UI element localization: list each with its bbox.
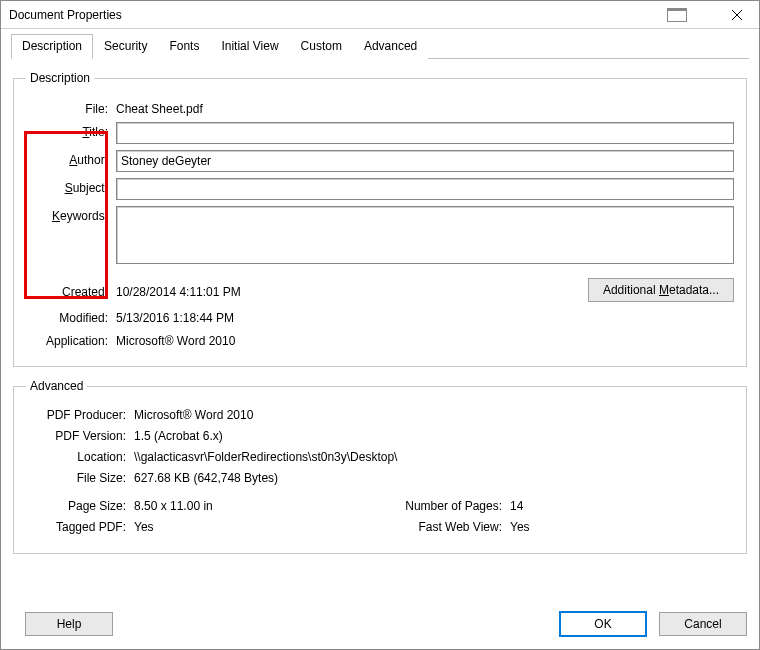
- tab-initial-view[interactable]: Initial View: [210, 34, 289, 59]
- help-button[interactable]: Help: [25, 612, 113, 636]
- advanced-legend: Advanced: [26, 379, 87, 393]
- page-size-value: 8.50 x 11.00 in: [134, 499, 213, 513]
- tagged-pdf-label: Tagged PDF:: [26, 520, 134, 534]
- created-value: 10/28/2014 4:11:01 PM: [116, 282, 588, 299]
- additional-metadata-button[interactable]: Additional Metadata...: [588, 278, 734, 302]
- advanced-group: Advanced PDF Producer:Microsoft® Word 20…: [13, 379, 747, 554]
- titlebar: Document Properties: [1, 1, 759, 29]
- description-legend: Description: [26, 71, 94, 85]
- application-label: Application:: [26, 331, 116, 348]
- title-input[interactable]: [116, 122, 734, 144]
- num-pages-value: 14: [510, 499, 523, 513]
- tab-body: Description File: Cheat Sheet.pdf Title:…: [1, 59, 759, 603]
- file-size-value: 627.68 KB (642,748 Bytes): [134, 471, 278, 485]
- tab-description[interactable]: Description: [11, 34, 93, 59]
- keywords-label: Keywords:: [26, 206, 116, 223]
- location-value: \\galacticasvr\FolderRedirections\st0n3y…: [134, 450, 397, 464]
- tab-bar: Description Security Fonts Initial View …: [11, 33, 749, 59]
- keywords-input[interactable]: [116, 206, 734, 264]
- created-label: Created:: [26, 282, 116, 299]
- fast-web-value: Yes: [510, 520, 530, 534]
- ok-button[interactable]: OK: [559, 611, 647, 637]
- file-size-label: File Size:: [26, 471, 134, 485]
- document-properties-dialog: Document Properties Description Security…: [0, 0, 760, 650]
- tagged-pdf-value: Yes: [134, 520, 154, 534]
- file-label: File:: [26, 99, 116, 116]
- window-title: Document Properties: [9, 8, 665, 22]
- tab-fonts[interactable]: Fonts: [158, 34, 210, 59]
- description-group: Description File: Cheat Sheet.pdf Title:…: [13, 71, 747, 367]
- cancel-button[interactable]: Cancel: [659, 612, 747, 636]
- author-input[interactable]: [116, 150, 734, 172]
- subject-input[interactable]: [116, 178, 734, 200]
- button-bar: Help OK Cancel: [1, 603, 759, 649]
- page-size-label: Page Size:: [26, 499, 134, 513]
- subject-label: Subject:: [26, 178, 116, 195]
- producer-label: PDF Producer:: [26, 408, 134, 422]
- pdf-version-value: 1.5 (Acrobat 6.x): [134, 429, 223, 443]
- file-value: Cheat Sheet.pdf: [116, 99, 734, 116]
- author-label: Author:: [26, 150, 116, 167]
- tab-advanced[interactable]: Advanced: [353, 34, 428, 59]
- maximize-icon[interactable]: [667, 8, 687, 22]
- application-value: Microsoft® Word 2010: [116, 331, 734, 348]
- num-pages-label: Number of Pages:: [380, 499, 510, 513]
- fast-web-label: Fast Web View:: [380, 520, 510, 534]
- modified-label: Modified:: [26, 308, 116, 325]
- close-icon[interactable]: [719, 4, 755, 26]
- pdf-version-label: PDF Version:: [26, 429, 134, 443]
- title-label: Title:: [26, 122, 116, 139]
- tab-custom[interactable]: Custom: [290, 34, 353, 59]
- modified-value: 5/13/2016 1:18:44 PM: [116, 308, 734, 325]
- location-label: Location:: [26, 450, 134, 464]
- tab-security[interactable]: Security: [93, 34, 158, 59]
- producer-value: Microsoft® Word 2010: [134, 408, 253, 422]
